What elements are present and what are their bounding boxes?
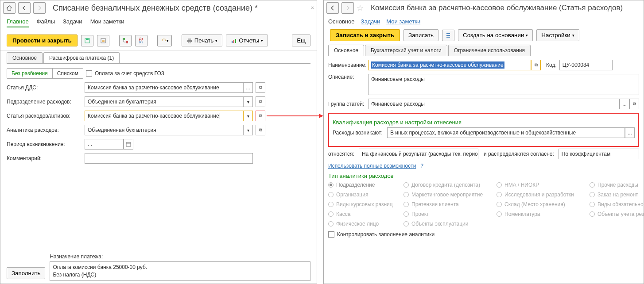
more-button[interactable]: Ещ [292,35,310,46]
print-button[interactable]: Печать▾ [182,35,223,46]
chart-icon [231,38,237,44]
nav-notes[interactable]: Мои заметки [90,18,124,27]
name-input[interactable]: Комиссия банка за расчетно-кассовое обсл… [368,60,531,70]
radio-reserves[interactable]: Объекты учета резервов [590,211,644,217]
exp-dropdown-button[interactable]: ▾ [243,111,253,121]
save-button[interactable] [81,35,93,46]
list-icon [445,32,451,38]
svg-rect-9 [188,42,191,43]
radio-claim[interactable]: Претензия клиента [403,201,492,207]
dds-input[interactable]: Комиссия банка за расчетно-кассовое обсл… [85,82,243,93]
radio-research[interactable]: Исследования и разработки [497,192,585,198]
radio-nma[interactable]: НМА / НИОКР [497,182,585,188]
reports-button[interactable]: Отчеты▾ [226,35,268,46]
tab-main[interactable]: Основное [7,52,43,63]
seg-list[interactable]: Списком [52,69,83,78]
dtk-button[interactable]: ДтКт [135,35,147,46]
arise-input[interactable]: В иных процессах, включая общепроизводст… [387,127,625,138]
fill-button[interactable]: Заполнить [7,267,45,279]
anal-open-button[interactable]: ⧉ [256,125,265,135]
doc-flow-button[interactable] [119,35,132,46]
radio-rates[interactable]: Виды курсовых разниц [328,201,399,207]
group-input[interactable]: Финансовые расходы [368,99,620,109]
tab-breakdown[interactable]: Расшифровка платежа (1) [43,52,120,63]
close-icon[interactable]: × [311,5,314,11]
code-input[interactable]: ЦУ-000084 [559,60,613,70]
goz-checkbox[interactable] [86,70,92,77]
relation-arrow [267,113,323,119]
radio-dept[interactable]: Подразделение [328,182,399,188]
nav-main[interactable]: Главное [7,18,29,27]
radio-person[interactable]: Физическое лицо [328,221,399,227]
post-button[interactable] [97,35,109,46]
period-calendar-button[interactable] [124,139,133,150]
forward-button[interactable] [33,2,46,14]
rtab-limit[interactable]: Ограничение использования [448,45,531,56]
desc-input[interactable]: Финансовые расходы [368,74,639,95]
rnav-notes[interactable]: Мои заметки [386,18,420,25]
radio-org[interactable]: Организация [328,192,399,198]
save-and-close-button[interactable]: Записать и закрыть [330,29,400,41]
list-icon-button[interactable] [442,30,454,41]
control-checkbox[interactable] [328,231,334,238]
radio-warehouse[interactable]: Склад (Место хранения) [497,201,585,207]
seg-no-split[interactable]: Без разбиения [7,69,52,78]
right-form: Наименование: Комиссия банка за расчетно… [324,56,644,245]
purpose-input[interactable]: Оплата комиссии банка 25000-00 руб. Без … [50,261,310,281]
arise-label: Расходы возникают: [333,130,383,136]
rtab-acct[interactable]: Бухгалтерский учет и налоги [365,45,447,56]
forward-button-right[interactable] [341,2,354,14]
qualification-section: Квалификация расходов и настройки отнесе… [328,113,639,147]
period-input[interactable]: . . [85,139,124,150]
radio-cash[interactable]: Касса [328,211,399,217]
calendar-icon [126,142,131,147]
name-label: Наименование: [328,62,365,68]
radio-mandatory[interactable]: Виды обязательного стр [590,201,644,207]
radio-nomen[interactable]: Номенклатура [497,211,585,217]
relate-input[interactable]: На финансовый результат (расходы тек. пе… [359,149,478,159]
full-capabilities-link[interactable]: Использовать полные возможности [328,163,416,169]
group-more-button[interactable]: … [620,99,629,109]
radio-contract[interactable]: Договор кредита (депозита) [403,182,492,188]
dept-dropdown-button[interactable]: ▾ [243,96,253,107]
right-window: ☆ Комиссия банка за расчетно-кассовое об… [323,0,644,284]
rnav-main[interactable]: Основное [328,18,355,25]
distrib-input[interactable]: По коэффициентам [559,149,639,159]
back-button-right[interactable] [326,2,339,14]
dds-more-button[interactable]: … [243,82,253,93]
exp-open-button[interactable]: ⧉ [256,111,265,121]
home-button[interactable] [3,2,16,14]
nav-files[interactable]: Файлы [37,18,55,27]
radio-other[interactable]: Прочие расходы [590,182,644,188]
favorite-star-icon[interactable]: ☆ [357,3,364,13]
back-button[interactable] [18,2,31,14]
left-nav-tabs: Главное Файлы Задачи Мои заметки [0,15,317,31]
radio-repair[interactable]: Заказ на ремонт [590,192,644,198]
settings-button[interactable]: Настройки ▾ [536,29,579,41]
comment-input[interactable] [85,153,253,164]
post-and-close-button[interactable]: Провести и закрыть [7,35,78,46]
dept-label: Подразделение расходов: [7,99,82,105]
create-based-button[interactable]: Создать на основании ▾ [458,29,533,41]
dds-label: Статья ДДС: [7,84,82,91]
exp-input[interactable]: Комиссия банка за расчетно-кассовое обсл… [85,111,243,121]
rtab-main[interactable]: Основное [328,45,364,56]
radio-project[interactable]: Проект [403,211,492,217]
attach-button[interactable]: ▾ [157,35,172,46]
radio-marketing[interactable]: Маркетинговое мероприятие [403,192,492,198]
save-record-button[interactable]: Записать [403,29,438,41]
anal-dropdown-button[interactable]: ▾ [243,125,253,135]
rnav-tasks[interactable]: Задачи [361,18,380,25]
nav-tasks[interactable]: Задачи [63,18,82,27]
group-open-button[interactable]: ⧉ [629,99,639,109]
dept-input[interactable]: Объединенная бухгалтерия [85,96,243,107]
home-icon [6,5,12,11]
arise-more-button[interactable]: … [625,127,635,138]
anal-input[interactable]: Объединенная бухгалтерия [85,125,243,135]
radio-assets[interactable]: Объекты эксплуатации [403,221,492,227]
dept-open-button[interactable]: ⧉ [256,96,265,107]
svg-rect-11 [233,40,234,43]
name-open-button[interactable]: ⧉ [531,60,541,70]
dds-open-button[interactable]: ⧉ [256,82,265,93]
help-icon[interactable]: ? [420,163,423,169]
